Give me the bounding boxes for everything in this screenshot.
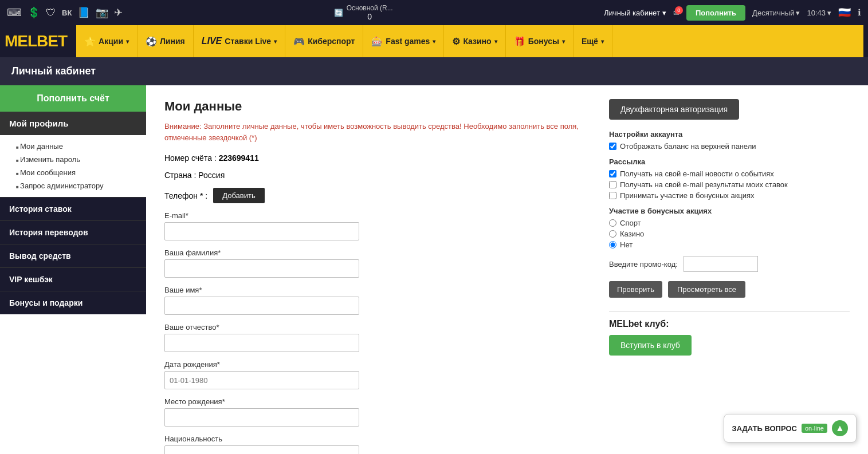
account-settings-section: Настройки аккаунта Отображать баланс на … (609, 130, 850, 151)
live-chevron: ▾ (274, 38, 277, 45)
cabinet-chevron: ▾ (662, 9, 666, 17)
dob-input[interactable] (164, 371, 359, 389)
chat-widget-text: ЗАДАТЬ ВОПРОС (732, 424, 797, 433)
mail-button[interactable]: ✉ 0 (673, 9, 680, 17)
sidebar-sub-my-data[interactable]: Мои данные (16, 140, 137, 153)
sidebar-sub-messages[interactable]: Мои сообщения (16, 166, 137, 179)
firstname-input[interactable] (164, 297, 359, 315)
nav-menu: ⭐ Акции ▾ ⚽ Линия LIVE Ставки Live ▾ 🎮 К… (76, 25, 863, 57)
lastname-row: Ваша фамилия* (164, 248, 586, 278)
sidebar: Пополнить счёт Мой профиль Мои данные Из… (0, 85, 146, 454)
facebook-icon[interactable]: 📘 (77, 6, 90, 19)
sidebar-sub-change-password[interactable]: Изменить пароль (16, 153, 137, 166)
lastname-input[interactable] (164, 259, 359, 278)
bonuses-icon: 🎁 (514, 36, 525, 47)
cabinet-label: Личный кабинет (604, 9, 660, 17)
nav-item-esport[interactable]: 🎮 Киберспорт (285, 25, 363, 57)
logo-mel: MEL (5, 32, 37, 50)
live-icon: LIVE (202, 36, 222, 46)
content-title: Мои данные (164, 99, 586, 114)
email-row: E-mail* (164, 211, 586, 240)
top-bar-center: 🔄 Основной (R... 0 (334, 4, 393, 21)
nav-live-label: Ставки Live (225, 37, 271, 46)
email-input[interactable] (164, 222, 359, 240)
view-all-button[interactable]: Просмотреть все (668, 281, 745, 298)
radio-casino-label: Казино (620, 230, 644, 238)
sidebar-deposit-button[interactable]: Пополнить счёт (0, 85, 146, 112)
nav-item-casino[interactable]: ⚙ Казино ▾ (444, 25, 505, 57)
info-icon[interactable]: ℹ (858, 7, 861, 18)
left-form: Мои данные Внимание: Заполните личные да… (164, 99, 586, 454)
instagram-icon[interactable]: 📷 (96, 6, 108, 19)
nav-esport-label: Киберспорт (308, 37, 355, 46)
join-club-button[interactable]: Вступить в клуб (609, 335, 692, 356)
sidebar-sub-admin-request[interactable]: Запрос администратору (16, 179, 137, 192)
time-value: 10:43 (807, 9, 826, 17)
radio-no[interactable] (609, 241, 616, 248)
telegram-icon[interactable]: ✈ (114, 6, 123, 19)
top-bar: ⌨ 💲 🛡 ВК 📘 📷 ✈ 🔄 Основной (R... 0 Личный… (0, 0, 868, 25)
get-news-label: Получать на свой e-mail новости о событи… (620, 169, 774, 178)
birthplace-label: Место рождения* (164, 397, 586, 406)
header-nav: MELBET ⭐ Акции ▾ ⚽ Линия LIVE Ставки Liv… (0, 25, 868, 57)
sidebar-profile-title[interactable]: Мой профиль (0, 112, 146, 135)
promo-chevron: ▾ (126, 38, 129, 45)
promo-input[interactable] (684, 256, 758, 272)
nav-more-label: Ещё (582, 37, 598, 46)
two-factor-button[interactable]: Двухфакторная авторизация (609, 99, 739, 120)
check-promo-button[interactable]: Проверить (609, 281, 662, 298)
show-balance-label: Отображать баланс на верхней панели (620, 142, 756, 151)
show-balance-row[interactable]: Отображать баланс на верхней панели (609, 142, 850, 151)
add-phone-button[interactable]: Добавить (213, 188, 264, 203)
nav-item-bonuses[interactable]: 🎁 Бонусы ▾ (506, 25, 574, 57)
sidebar-vip-cashback[interactable]: VIP кешбэк (0, 267, 146, 291)
firstname-label: Ваше имя* (164, 286, 586, 294)
deposit-button[interactable]: Пополнить (686, 5, 745, 21)
balance-value: 0 (367, 12, 372, 21)
nationality-input[interactable] (164, 445, 359, 454)
nav-item-promo[interactable]: ⭐ Акции ▾ (76, 25, 138, 57)
cabinet-button[interactable]: Личный кабинет ▾ (604, 9, 666, 17)
vk-icon[interactable]: ВК (62, 9, 72, 17)
decimal-label: Десятичный (752, 9, 794, 17)
nav-item-more[interactable]: Ещё ▾ (574, 25, 612, 57)
radio-casino-row[interactable]: Казино (609, 230, 850, 238)
star-icon: ⭐ (84, 36, 96, 47)
chat-scroll-button[interactable]: ▲ (832, 420, 848, 436)
nav-item-fastgames[interactable]: 🎰 Fast games ▾ (363, 25, 444, 57)
content-area: Мои данные Внимание: Заполните личные да… (146, 85, 868, 454)
radio-sport[interactable] (609, 219, 616, 227)
birthplace-input[interactable] (164, 408, 359, 427)
dollar-icon[interactable]: 💲 (28, 6, 40, 19)
nav-item-line[interactable]: ⚽ Линия (138, 25, 194, 57)
country-label: Страна : Россия (164, 171, 225, 180)
shield-icon[interactable]: 🛡 (46, 7, 56, 19)
sidebar-bet-history[interactable]: История ставок (0, 197, 146, 220)
right-panel: Двухфакторная авторизация Настройки акка… (586, 99, 850, 454)
flag-icon[interactable]: 🇷🇺 (838, 6, 851, 19)
get-bonuses-row[interactable]: Принимать участие в бонусных акциях (609, 191, 850, 200)
get-news-checkbox[interactable] (609, 170, 616, 177)
nav-promo-label: Акции (99, 37, 123, 46)
radio-no-row[interactable]: Нет (609, 240, 850, 249)
nav-item-live[interactable]: LIVE Ставки Live ▾ (194, 25, 285, 57)
decimal-button[interactable]: Десятичный ▾ (752, 9, 800, 17)
sidebar-withdraw[interactable]: Вывод средств (0, 244, 146, 267)
middlename-input[interactable] (164, 334, 359, 352)
refresh-icon[interactable]: 🔄 (334, 9, 343, 17)
get-bets-row[interactable]: Получать на свой e-mail результаты моих … (609, 180, 850, 189)
show-balance-checkbox[interactable] (609, 143, 616, 150)
get-bonuses-checkbox[interactable] (609, 192, 616, 199)
sidebar-bonuses-gifts[interactable]: Бонусы и подарки (0, 291, 146, 314)
keyboard-icon[interactable]: ⌨ (7, 6, 22, 19)
balance-label: Основной (R... (347, 4, 393, 12)
get-bets-checkbox[interactable] (609, 181, 616, 188)
dob-row: Дата рождения* (164, 360, 586, 389)
radio-casino[interactable] (609, 230, 616, 238)
sidebar-transfer-history[interactable]: История переводов (0, 220, 146, 244)
main-layout: Пополнить счёт Мой профиль Мои данные Из… (0, 85, 868, 454)
get-news-row[interactable]: Получать на свой e-mail новости о событи… (609, 169, 850, 178)
logo[interactable]: MELBET (5, 32, 67, 50)
radio-sport-row[interactable]: Спорт (609, 219, 850, 227)
time-block: 10:43 ▾ (807, 9, 831, 17)
